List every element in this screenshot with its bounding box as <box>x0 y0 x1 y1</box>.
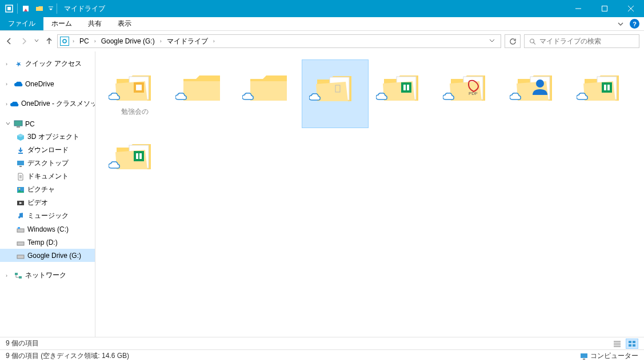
search-input[interactable] <box>539 37 634 45</box>
view-details-button[interactable] <box>611 339 623 349</box>
svg-rect-47 <box>633 341 635 343</box>
breadcrumb-segment[interactable]: PC <box>77 36 91 46</box>
drive-icon <box>16 251 25 260</box>
svg-point-9 <box>530 39 534 43</box>
svg-rect-41 <box>139 153 142 159</box>
folder-content[interactable]: 勉強会のPDF <box>95 51 644 337</box>
folder-label: 勉強会の <box>121 108 149 117</box>
svg-rect-12 <box>17 126 20 128</box>
expand-caret-icon[interactable]: › <box>6 81 11 87</box>
tree-3d-objects[interactable]: 3D オブジェクト <box>0 130 95 144</box>
svg-rect-1 <box>7 7 11 10</box>
tab-share[interactable]: 共有 <box>80 17 110 30</box>
quick-access-folder-icon[interactable] <box>33 2 46 15</box>
svg-rect-51 <box>583 359 585 360</box>
folder-item[interactable]: 勉強会の <box>101 59 168 128</box>
nav-tree: › ★ クイック アクセス › OneDrive › OneDrive - クラ… <box>0 51 95 337</box>
svg-point-8 <box>63 39 66 43</box>
svg-rect-46 <box>629 341 631 343</box>
folder-item[interactable]: PDF <box>435 59 502 128</box>
folder-item[interactable] <box>168 59 235 128</box>
folder-item[interactable] <box>101 128 168 197</box>
cloud-sync-icon <box>109 93 120 101</box>
svg-point-20 <box>19 188 21 189</box>
quick-access-dropdown-icon[interactable] <box>46 6 55 11</box>
svg-line-10 <box>534 42 535 44</box>
nav-forward-button[interactable] <box>19 37 29 46</box>
search-box[interactable] <box>524 34 639 48</box>
tree-music[interactable]: ミュージック <box>0 209 95 222</box>
tree-onedrive[interactable]: › OneDrive <box>0 77 95 90</box>
folder-item[interactable] <box>569 59 636 128</box>
tree-desktop[interactable]: デスクトップ <box>0 157 95 170</box>
svg-rect-37 <box>604 85 606 90</box>
folder-icon <box>179 63 225 104</box>
breadcrumb-segment[interactable]: マイドライブ <box>165 35 210 47</box>
tree-label: ダウンロード <box>27 145 69 155</box>
tree-temp-d[interactable]: Temp (D:) <box>0 236 95 249</box>
desktop-icon <box>16 159 25 168</box>
folder-item[interactable] <box>502 59 569 128</box>
tree-videos[interactable]: ビデオ <box>0 196 95 209</box>
svg-rect-26 <box>15 273 18 275</box>
svg-rect-39 <box>134 151 144 161</box>
tree-label: デスクトップ <box>27 158 69 168</box>
folder-icon: PDF <box>446 63 492 104</box>
tree-quick-access[interactable]: › ★ クイック アクセス <box>0 57 95 70</box>
nav-history-dropdown[interactable] <box>34 38 39 44</box>
svg-rect-48 <box>629 344 631 347</box>
tree-documents[interactable]: ドキュメント <box>0 170 95 183</box>
address-dropdown-icon[interactable] <box>486 38 498 45</box>
onedrive-icon <box>14 79 23 89</box>
collapse-caret-icon[interactable] <box>6 121 11 127</box>
folder-item[interactable] <box>235 59 302 128</box>
tab-view[interactable]: 表示 <box>110 17 139 30</box>
tree-pc[interactable]: PC <box>0 117 95 130</box>
tree-google-drive-g[interactable]: Google Drive (G:) <box>0 249 95 262</box>
tree-network[interactable]: › ネットワーク <box>0 269 95 282</box>
cloud-sync-icon <box>175 93 187 101</box>
svg-rect-15 <box>19 166 22 167</box>
downloads-icon <box>16 146 25 155</box>
cloud-sync-icon <box>309 93 321 101</box>
quick-access-app-icon[interactable] <box>2 2 16 15</box>
maximize-button[interactable] <box>591 0 618 17</box>
ribbon: ファイル ホーム 共有 表示 ? <box>0 17 644 31</box>
cloud-sync-icon <box>577 93 588 101</box>
folder-icon <box>112 63 158 104</box>
view-icons-button[interactable] <box>626 339 638 349</box>
close-button[interactable] <box>618 0 644 17</box>
address-bar[interactable]: › PC › Google Drive (G:) › マイドライブ › <box>57 34 501 48</box>
breadcrumb-root-caret[interactable]: › <box>71 38 75 44</box>
tree-label: クイック アクセス <box>25 59 82 69</box>
cloud-sync-icon <box>376 93 387 101</box>
network-icon <box>14 271 23 280</box>
tree-windows-c[interactable]: Windows (C:) <box>0 222 95 236</box>
help-button[interactable]: ? <box>630 19 639 29</box>
breadcrumb-segment[interactable]: Google Drive (G:) <box>99 36 157 46</box>
folder-item[interactable] <box>369 59 435 128</box>
tree-pictures[interactable]: ピクチャ <box>0 183 95 196</box>
tree-downloads[interactable]: ダウンロード <box>0 144 95 157</box>
videos-icon <box>16 198 25 208</box>
search-icon <box>529 38 536 45</box>
tree-label: Temp (D:) <box>27 238 58 246</box>
computer-icon <box>580 353 588 360</box>
tree-label: OneDrive - クラスメソッド <box>21 99 95 109</box>
tab-home[interactable]: ホーム <box>43 17 80 30</box>
expand-caret-icon[interactable]: › <box>6 101 7 107</box>
nav-up-button[interactable] <box>45 37 54 46</box>
folder-icon <box>513 63 559 104</box>
tree-onedrive-class[interactable]: › OneDrive - クラスメソッド <box>0 97 95 110</box>
expand-caret-icon[interactable]: › <box>6 273 11 279</box>
expand-caret-icon[interactable]: › <box>6 61 11 67</box>
tab-file[interactable]: ファイル <box>0 17 43 30</box>
ribbon-collapse-icon[interactable] <box>615 18 626 30</box>
folder-item[interactable] <box>302 59 369 128</box>
refresh-button[interactable] <box>505 34 521 48</box>
svg-rect-5 <box>602 6 607 11</box>
nav-back-button[interactable] <box>5 37 14 46</box>
quick-access-properties-icon[interactable] <box>19 2 33 15</box>
onedrive-icon <box>10 100 19 109</box>
minimize-button[interactable] <box>565 0 591 17</box>
